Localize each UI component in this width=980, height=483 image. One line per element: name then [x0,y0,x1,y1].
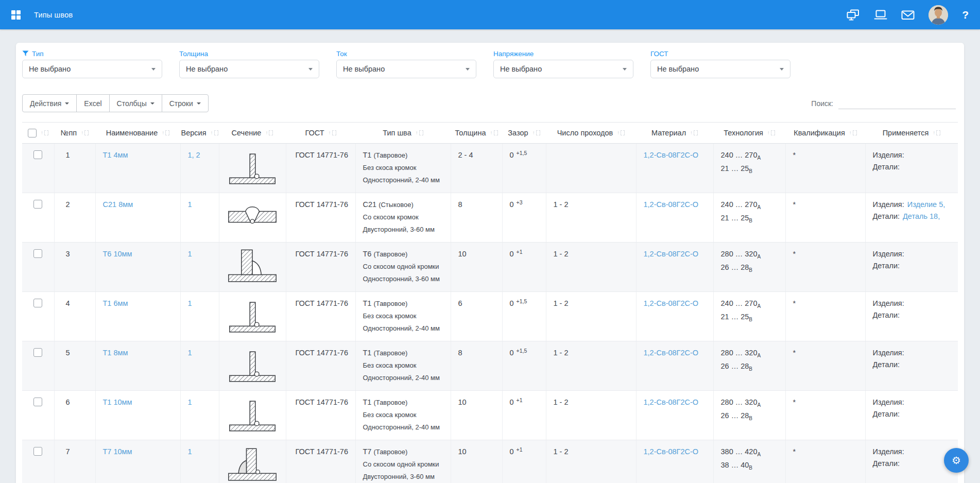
sort-icon[interactable]: ↑ [617,130,625,135]
technology-cell: 280 … 320А 26 … 28В [713,243,785,292]
technology-cell: 280 … 320А 26 … 28В [713,391,785,440]
table-row: 3 Т6 10мм 1 ГОСТ 14771-76 Т6 (Тавровое) … [22,243,958,292]
sort-icon[interactable]: ↑ [41,130,48,135]
sort-icon[interactable]: ↑ [329,130,336,135]
col-header-material: Материал [651,129,686,137]
filter-dropdown[interactable]: Не выбрано [179,60,319,78]
material-link[interactable]: 1,2-Св-08Г2С-О [644,398,699,406]
material-link[interactable]: 1,2-Св-08Г2С-О [644,250,699,258]
row-checkbox[interactable] [33,200,42,209]
table-row: 7 Т7 10мм 1 ГОСТ 14771-76 Т7 (Тавровое) … [22,440,958,483]
row-checkbox[interactable] [33,249,42,258]
sort-icon[interactable]: ↑ [81,130,89,135]
filter-dropdown[interactable]: Не выбрано [650,60,790,78]
chevron-down-icon [466,68,470,71]
seam-name-link[interactable]: Т1 10мм [103,398,132,406]
laptop-icon[interactable] [874,9,887,21]
filter-label-text: Тип [32,50,44,58]
seam-type-cell: Т1 (Тавровое) Без скоса кромок Односторо… [355,292,451,341]
version-link[interactable]: 1 [188,250,192,258]
product-link[interactable]: Изделие 5, [907,200,945,209]
gap-value: 0+1,5 [502,341,546,391]
table-wrap: ↑ №пп↑ Наименование↑ Версия↑ Сечение↑ ГО… [22,122,958,483]
seam-name-link[interactable]: Т1 8мм [103,349,128,357]
thickness-value: 10 [451,391,502,440]
seam-name-link[interactable]: Т7 10мм [103,447,132,456]
gap-value: 0+1 [502,391,546,440]
filter-group: Ток Не выбрано [336,49,476,78]
version-link[interactable]: 1 [188,299,192,307]
sort-icon[interactable]: ↑ [933,130,940,135]
avatar[interactable] [929,5,948,25]
row-checkbox[interactable] [33,299,42,307]
seam-name-link[interactable]: Т1 6мм [103,299,128,307]
qualification-value: * [785,341,865,391]
technology-cell: 240 … 270А 21 … 25В [713,144,785,193]
sort-icon[interactable]: ↑ [265,130,273,135]
row-checkbox[interactable] [33,447,42,456]
help-icon[interactable]: ? [962,9,969,20]
filter-dropdown[interactable]: Не выбрано [22,60,162,78]
version-link[interactable]: 1 [188,447,192,456]
seam-type-cell: Т1 (Тавровое) Без скоса кромок Односторо… [355,341,451,391]
seam-name-link[interactable]: Т1 4мм [103,151,128,159]
filter-dropdown-value: Не выбрано [500,65,542,73]
columns-button[interactable]: Столбцы [109,94,162,112]
search-input[interactable] [838,98,956,109]
sort-icon[interactable]: ↑ [416,130,423,135]
material-link[interactable]: 1,2-Св-08Г2С-О [644,447,699,456]
material-link[interactable]: 1,2-Св-08Г2С-О [644,151,699,159]
filter-dropdown-value: Не выбрано [186,65,228,73]
gap-value: 0+1 [502,243,546,292]
chevron-down-icon [151,68,156,71]
passes-value: 1 - 2 [546,341,636,391]
chevron-down-icon [65,102,69,105]
sort-icon[interactable]: ↑ [849,130,857,135]
row-checkbox[interactable] [33,348,42,357]
displays-icon[interactable] [847,9,860,21]
version-link[interactable]: 1 [188,398,192,406]
version-link[interactable]: 1 [188,349,192,357]
detail-link[interactable]: Деталь 18, [903,212,940,220]
col-header-name: Наименование [106,129,158,137]
sort-icon[interactable]: ↑ [532,130,540,135]
seam-name-link[interactable]: С21 8мм [103,200,133,209]
sort-icon[interactable]: ↑ [162,130,169,135]
material-link[interactable]: 1,2-Св-08Г2С-О [644,299,699,307]
material-link[interactable]: 1,2-Св-08Г2С-О [644,200,699,209]
passes-value: 1 - 2 [546,391,636,440]
actions-button[interactable]: Действия [22,94,77,112]
table-row: 2 С21 8мм 1 ГОСТ 14771-76 С21 (Стыковое)… [22,193,958,243]
search-block: Поиск: [811,98,958,109]
sort-icon[interactable]: ↑ [767,130,775,135]
version-link[interactable]: 1, 2 [188,151,200,159]
sort-icon[interactable]: ↑ [211,130,218,135]
seam-name-link[interactable]: Т6 10мм [103,250,132,258]
gap-value: 0+1 [502,440,546,483]
section-drawing [227,297,278,336]
passes-value: 1 - 2 [546,292,636,341]
technology-cell: 280 … 320А 26 … 28В [713,341,785,391]
apps-grid-icon[interactable] [11,10,21,20]
qualification-value: * [785,440,865,483]
settings-fab[interactable]: ⚙ [944,448,969,473]
material-link[interactable]: 1,2-Св-08Г2С-О [644,349,699,357]
filter-funnel-icon [22,50,29,57]
filter-label: Ток [336,49,476,58]
sort-icon[interactable]: ↑ [690,130,698,135]
chevron-down-icon [308,68,313,71]
col-header-applies: Применяется [883,129,929,137]
rows-button[interactable]: Строки [162,94,209,112]
mail-icon[interactable] [901,10,915,20]
filter-dropdown[interactable]: Не выбрано [336,60,476,78]
excel-button[interactable]: Excel [76,94,109,112]
filter-group: Тип Не выбрано [22,49,162,78]
version-link[interactable]: 1 [188,200,192,209]
row-checkbox[interactable] [33,150,42,159]
row-checkbox[interactable] [33,398,42,406]
sort-icon[interactable]: ↑ [490,130,498,135]
qualification-value: * [785,193,865,243]
select-all-checkbox[interactable] [28,129,37,137]
seam-type-cell: Т1 (Тавровое) Без скоса кромок Односторо… [355,144,451,193]
filter-dropdown[interactable]: Не выбрано [493,60,633,78]
